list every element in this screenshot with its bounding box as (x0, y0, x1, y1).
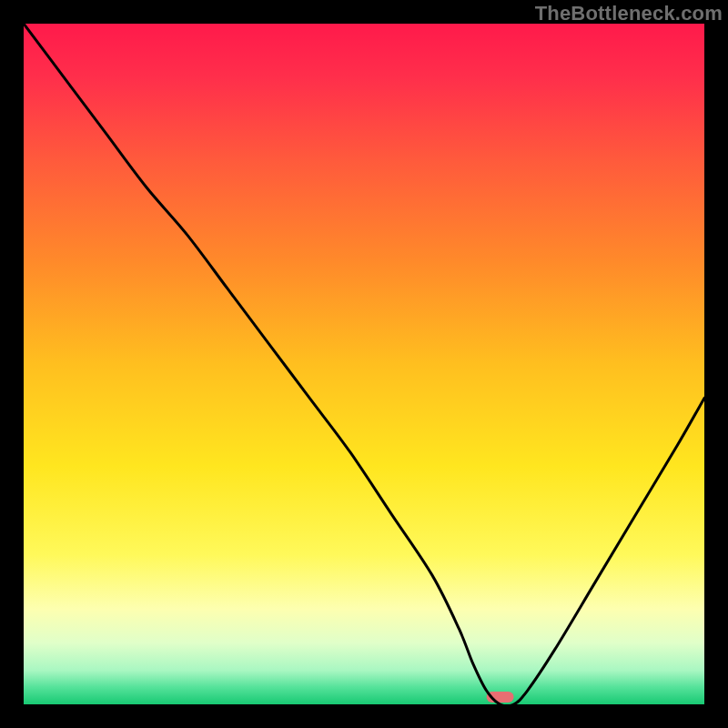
watermark-text: TheBottleneck.com (535, 2, 723, 25)
chart-svg (24, 24, 704, 704)
gradient-background (24, 24, 704, 704)
plot-area (24, 24, 704, 704)
chart-frame: TheBottleneck.com (0, 0, 728, 728)
